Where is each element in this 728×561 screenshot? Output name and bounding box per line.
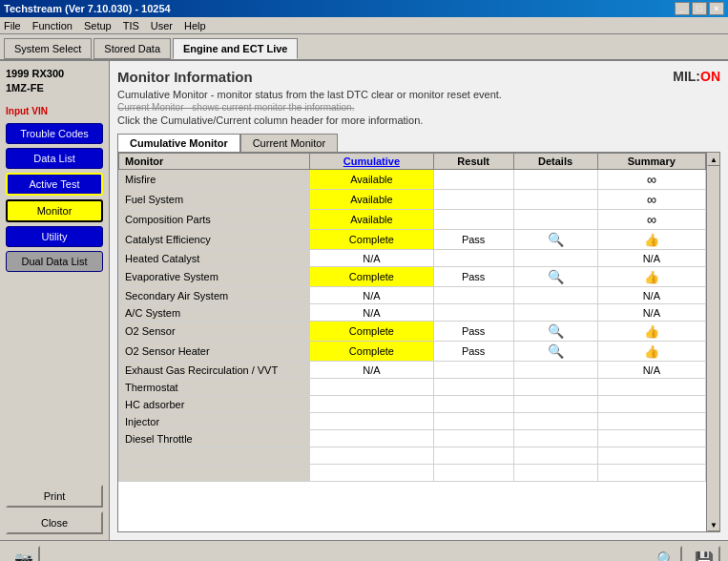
data-list-button[interactable]: Data List xyxy=(6,148,103,169)
menu-file[interactable]: File xyxy=(4,20,21,31)
table-row: A/C SystemN/AN/A xyxy=(119,304,706,322)
scroll-up-button[interactable]: ▲ xyxy=(707,153,720,166)
current-monitor-tab[interactable]: Current Monitor xyxy=(240,134,338,153)
trouble-codes-button[interactable]: Trouble Codes xyxy=(6,123,103,144)
table-row: HC adsorber xyxy=(119,396,706,413)
table-row: Diesel Throttle xyxy=(119,430,706,447)
summary-cell: ∞ xyxy=(597,210,705,230)
menu-help[interactable]: Help xyxy=(184,20,206,31)
result-cell: Pass xyxy=(433,267,513,287)
result-cell xyxy=(433,465,513,482)
tab-engine-ect-live[interactable]: Engine and ECT Live xyxy=(173,38,298,59)
details-cell xyxy=(513,362,597,379)
close-window-button[interactable]: × xyxy=(709,2,724,15)
table-row xyxy=(119,447,706,465)
details-cell xyxy=(513,190,597,210)
scroll-bar: ▲ ▼ xyxy=(706,153,719,531)
result-cell xyxy=(433,287,513,304)
summary-cell: N/A xyxy=(597,250,705,267)
summary-cell: ∞ xyxy=(597,170,705,190)
details-cell[interactable]: 🔍 xyxy=(513,230,597,250)
monitor-name-cell: O2 Sensor Heater xyxy=(119,342,310,362)
vehicle-engine: 1MZ-FE xyxy=(6,81,103,95)
camera-button[interactable]: 📷 xyxy=(8,546,40,562)
monitor-name-cell: Injector xyxy=(119,413,310,430)
cumulative-cell xyxy=(310,396,434,413)
result-cell xyxy=(433,250,513,267)
details-cell[interactable]: 🔍 xyxy=(513,322,597,342)
monitor-name-cell: Exhaust Gas Recirculation / VVT xyxy=(119,362,310,379)
details-cell xyxy=(513,287,597,304)
details-cell xyxy=(513,447,597,465)
monitor-name-cell: Fuel System xyxy=(119,190,310,210)
result-cell xyxy=(433,210,513,230)
scroll-down-button[interactable]: ▼ xyxy=(707,518,720,531)
cumulative-cell xyxy=(310,465,434,482)
monitor-name-cell: Evaporative System xyxy=(119,267,310,287)
menu-user[interactable]: User xyxy=(151,20,173,31)
result-cell xyxy=(433,413,513,430)
floppy-icon: 💾 xyxy=(695,551,714,561)
monitor-name-cell: Heated Catalyst xyxy=(119,250,310,267)
table-row: Exhaust Gas Recirculation / VVTN/AN/A xyxy=(119,362,706,379)
details-cell xyxy=(513,396,597,413)
input-vin-label: Input VIN xyxy=(6,106,103,116)
monitor-tabs: Cumulative Monitor Current Monitor xyxy=(117,134,720,153)
content-title: Monitor Information xyxy=(117,69,253,85)
details-cell[interactable]: 🔍 xyxy=(513,267,597,287)
mil-status: MIL:ON xyxy=(673,69,720,84)
col-header-cumulative[interactable]: Cumulative xyxy=(310,154,434,170)
details-cell xyxy=(513,465,597,482)
table-row: Secondary Air SystemN/AN/A xyxy=(119,287,706,304)
summary-cell xyxy=(597,379,705,396)
mil-label: MIL: xyxy=(673,69,700,84)
result-cell xyxy=(433,170,513,190)
monitor-table: Monitor Cumulative Result Details Summar… xyxy=(118,153,706,482)
cumulative-cell: N/A xyxy=(310,304,434,322)
maximize-button[interactable]: □ xyxy=(692,2,707,15)
details-cell xyxy=(513,304,597,322)
close-button[interactable]: Close xyxy=(6,511,103,534)
search-button[interactable]: 🔍 xyxy=(650,546,682,562)
save-button[interactable]: 💾 xyxy=(688,546,720,562)
tab-system-select[interactable]: System Select xyxy=(4,38,92,59)
cumulative-cell: N/A xyxy=(310,250,434,267)
result-cell: Pass xyxy=(433,230,513,250)
menu-setup[interactable]: Setup xyxy=(84,20,112,31)
minimize-button[interactable]: _ xyxy=(675,2,690,15)
table-row: O2 SensorCompletePass🔍👍 xyxy=(119,322,706,342)
cumulative-cell: Available xyxy=(310,210,434,230)
utility-button[interactable]: Utility xyxy=(6,226,103,247)
dual-data-list-button[interactable]: Dual Data List xyxy=(6,251,103,272)
summary-cell: 👍 xyxy=(597,342,705,362)
active-test-button[interactable]: Active Test xyxy=(6,173,103,196)
result-cell xyxy=(433,396,513,413)
print-button[interactable]: Print xyxy=(6,485,103,508)
cumulative-monitor-tab[interactable]: Cumulative Monitor xyxy=(117,134,240,153)
summary-cell: 👍 xyxy=(597,322,705,342)
table-row: Catalyst EfficiencyCompletePass🔍👍 xyxy=(119,230,706,250)
info-text-3: Click the Cumulative/Current column head… xyxy=(117,114,720,126)
details-cell[interactable]: 🔍 xyxy=(513,342,597,362)
main-tab-bar: System Select Stored Data Engine and ECT… xyxy=(0,34,728,61)
tab-stored-data[interactable]: Stored Data xyxy=(94,38,171,59)
monitor-button[interactable]: Monitor xyxy=(6,199,103,222)
mil-value: ON xyxy=(700,69,720,84)
summary-cell xyxy=(597,396,705,413)
vehicle-info: 1999 RX300 1MZ-FE xyxy=(6,67,103,96)
result-cell: Pass xyxy=(433,342,513,362)
cumulative-cell xyxy=(310,413,434,430)
monitor-name-cell: Catalyst Efficiency xyxy=(119,230,310,250)
details-cell xyxy=(513,430,597,447)
bottom-right-icons: 🔍 💾 xyxy=(650,546,720,562)
info-text-1: Cumulative Monitor - monitor status from… xyxy=(117,89,720,100)
table-row: Heated CatalystN/AN/A xyxy=(119,250,706,267)
result-cell xyxy=(433,447,513,465)
cumulative-cell xyxy=(310,447,434,465)
table-row: Thermostat xyxy=(119,379,706,396)
menu-tis[interactable]: TIS xyxy=(123,20,139,31)
table-row: Injector xyxy=(119,413,706,430)
col-header-summary: Summary xyxy=(597,154,705,170)
menu-function[interactable]: Function xyxy=(32,20,73,31)
sidebar-bottom: Print Close xyxy=(6,485,103,534)
